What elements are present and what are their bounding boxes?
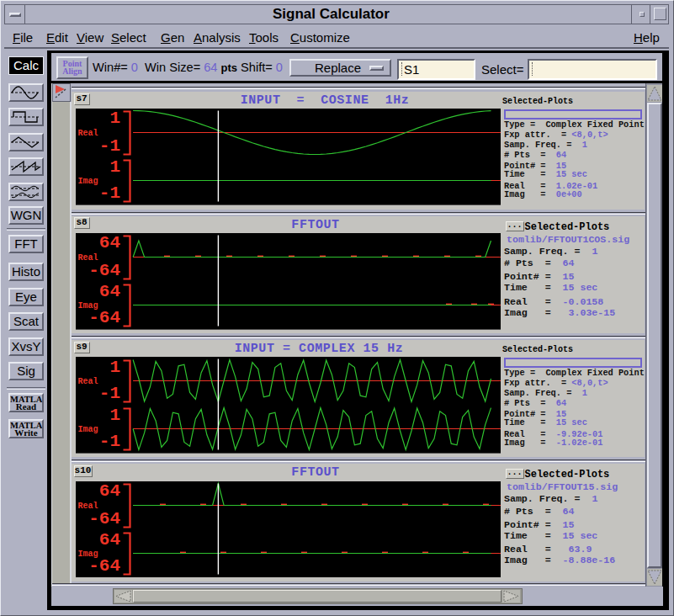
svg-text:-64: -64 <box>88 261 120 280</box>
svg-text:64: 64 <box>98 233 119 252</box>
svg-text:Imag: Imag <box>77 550 98 559</box>
svg-text:1: 1 <box>109 109 120 129</box>
svg-text:-64: -64 <box>88 556 120 576</box>
svg-text:64: 64 <box>98 530 119 550</box>
svg-text:Real: Real <box>77 377 98 386</box>
svg-text:-1: -1 <box>98 432 119 451</box>
svg-text:-64: -64 <box>88 308 120 327</box>
svg-text:Real: Real <box>77 129 98 138</box>
svg-text:1: 1 <box>109 406 120 425</box>
svg-text:-1: -1 <box>98 183 119 203</box>
svg-text:-1: -1 <box>98 384 119 403</box>
svg-text:Real: Real <box>77 502 98 511</box>
svg-text:-64: -64 <box>88 509 120 528</box>
svg-text:Real: Real <box>77 253 98 263</box>
svg-text:Imag: Imag <box>77 177 98 186</box>
svg-text:Imag: Imag <box>77 301 98 311</box>
svg-text:64: 64 <box>98 481 119 501</box>
svg-text:1: 1 <box>109 158 120 178</box>
svg-text:64: 64 <box>98 282 119 301</box>
svg-text:-1: -1 <box>98 136 119 156</box>
svg-text:1: 1 <box>109 358 120 377</box>
svg-text:Imag: Imag <box>77 425 98 434</box>
